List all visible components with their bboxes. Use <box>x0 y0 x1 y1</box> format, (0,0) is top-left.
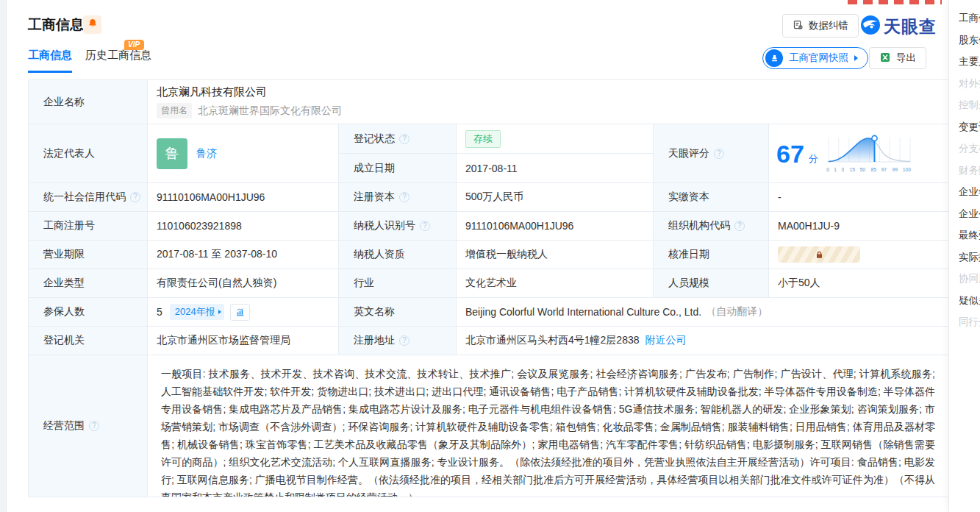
nearby-companies-link[interactable]: 附近公司 <box>645 334 687 347</box>
field-label-est-date: 成立日期 <box>339 154 457 183</box>
insured-count: 5 <box>157 306 162 318</box>
sidebar-item-outbound-investment[interactable]: 对外投资 <box>959 73 980 95</box>
info-icon[interactable] <box>130 192 140 202</box>
field-label-company-type: 企业类型 <box>29 269 148 298</box>
field-value-org-code: MA00H1JU-9 <box>769 212 949 241</box>
export-button[interactable]: 导出 <box>869 47 926 69</box>
field-label-credit-code: 统一社会信用代码 <box>29 183 148 212</box>
tab-business-info[interactable]: 工商信息 <box>28 49 72 73</box>
excel-icon <box>879 51 891 65</box>
export-label: 导出 <box>896 51 916 65</box>
field-value-paid-capital: - <box>769 183 949 212</box>
field-value-company-name: 北京斓凡科技有限公司 曾用名 北京斑斓世界国际文化有限公司 <box>148 80 949 124</box>
info-icon[interactable] <box>399 192 409 202</box>
field-label-taxpayer-id: 纳税人识别号 <box>339 212 457 241</box>
field-value-reg-authority: 北京市通州区市场监督管理局 <box>148 327 339 355</box>
field-value-english-name: Beijing Colorful World International Cul… <box>457 298 949 327</box>
field-value-est-date: 2017-08-11 <box>457 154 654 183</box>
clipped-red-watermark <box>848 0 942 4</box>
sidebar-item-co-shareholders[interactable]: 协同股东 <box>959 268 980 290</box>
sidebar-item-business-info[interactable]: 工商信息 <box>959 7 980 29</box>
stamp-icon <box>765 49 783 67</box>
official-snapshot-button[interactable]: 工商官网快照 <box>762 47 868 69</box>
page-left-strip <box>0 0 7 512</box>
chevron-right-icon <box>218 310 221 314</box>
score-distribution-chart[interactable]: 01 315 5085 9799 100 <box>826 135 912 173</box>
score-unit: 分 <box>809 152 818 166</box>
sidebar-item-shareholders[interactable]: 股东信息 <box>959 29 980 51</box>
data-correction-label: 数据纠错 <box>809 19 848 32</box>
field-value-industry: 文化艺术业 <box>457 269 654 298</box>
official-snapshot-label: 工商官网快照 <box>789 51 848 65</box>
score-number[interactable]: 67 <box>776 141 804 166</box>
field-value-approval-date <box>769 241 949 269</box>
field-label-industry: 行业 <box>339 269 457 298</box>
field-value-company-type: 有限责任公司(自然人独资) <box>148 269 339 298</box>
score-chart-ticks: 01 315 5085 9799 100 <box>826 166 912 173</box>
info-icon[interactable] <box>89 421 99 431</box>
field-label-business-scope: 经营范围 <box>29 355 148 497</box>
sidebar-item-change-records[interactable]: 变更记录 <box>959 116 980 138</box>
tianyancha-logo-text: 天眼查 <box>884 15 937 38</box>
field-label-legal-rep: 法定代表人 <box>29 124 148 183</box>
info-icon[interactable] <box>420 221 430 231</box>
field-value-legal-rep: 鲁 鲁济 <box>148 124 339 183</box>
field-value-reg-number: 110106023921898 <box>148 212 339 241</box>
locked-value-chip[interactable] <box>778 246 860 263</box>
field-value-business-term: 2017-08-11 至 2037-08-10 <box>148 241 339 269</box>
sidebar-item-key-personnel[interactable]: 主要人员 <box>959 51 980 73</box>
company-name[interactable]: 北京斓凡科技有限公司 <box>157 85 267 99</box>
annual-report-badge[interactable]: 2024年报 <box>170 304 224 320</box>
info-icon[interactable] <box>399 335 409 346</box>
legal-rep-link[interactable]: 鲁济 <box>196 147 217 160</box>
trend-chart-icon <box>235 307 245 317</box>
section-anchor-sidebar: 工商信息 股东信息 主要人员 对外投资 控制企业 变更记录 分支机构 财务数据 … <box>948 0 980 512</box>
auto-translate-note: （自动翻译） <box>706 305 768 319</box>
sidebar-item-actual-controller[interactable]: 实际控制人 <box>959 246 980 269</box>
field-label-staff-size: 人员规模 <box>654 269 769 298</box>
vip-badge: VIP <box>124 40 144 50</box>
tianyancha-logo[interactable]: 天眼查 <box>860 15 937 38</box>
field-label-insured-count: 参保人数 <box>29 298 148 327</box>
chevron-right-icon <box>854 55 858 61</box>
sidebar-item-company-disclosure[interactable]: 企业公示 <box>959 203 980 225</box>
info-icon[interactable] <box>399 134 409 144</box>
field-label-reg-number: 工商注册号 <box>29 212 148 241</box>
info-icon[interactable] <box>714 149 724 159</box>
field-value-reg-address: 北京市通州区马头村西4号1幢2层2838 附近公司 <box>457 327 949 355</box>
field-label-english-name: 英文名称 <box>339 298 457 327</box>
field-label-paid-capital: 实缴资本 <box>654 183 769 212</box>
sidebar-item-financial-data[interactable]: 财务数据 <box>959 160 980 182</box>
former-name-badge: 曾用名 <box>157 103 192 118</box>
tab-history-business-info[interactable]: 历史工商信息 <box>85 49 151 63</box>
field-value-reg-status: 存续 <box>457 124 654 154</box>
field-value-score: 67 分 <box>769 124 949 183</box>
info-icon[interactable] <box>734 221 745 231</box>
field-value-taxpayer-id: 91110106MA00H1JU96 <box>457 212 654 241</box>
status-badge: 存续 <box>465 130 501 148</box>
sidebar-item-annual-reports[interactable]: 企业年报 <box>959 181 980 203</box>
sidebar-item-peer-analysis[interactable]: 同行分析 <box>959 311 980 333</box>
status-date-subtable: 登记状态 存续 成立日期 2017-08-11 <box>339 124 654 183</box>
lock-icon <box>815 250 824 260</box>
field-label-org-code: 组织机构代码 <box>654 212 769 241</box>
sidebar-item-controlled-companies[interactable]: 控制企业 <box>959 94 980 116</box>
sidebar-item-ultimate-beneficiary[interactable]: 最终受益人 <box>959 224 980 246</box>
sidebar-item-branches[interactable]: 分支机构 <box>959 138 980 160</box>
field-label-score: 天眼评分 <box>654 124 769 183</box>
legal-rep-avatar[interactable]: 鲁 <box>157 138 187 169</box>
former-name: 北京斑斓世界国际文化有限公司 <box>198 104 342 118</box>
field-value-reg-capital: 500万人民币 <box>457 183 654 212</box>
monitor-bell-button[interactable] <box>83 15 101 34</box>
field-label-reg-capital: 注册资本 <box>339 183 457 212</box>
field-value-business-scope: 一般项目: 技术服务、技术开发、技术咨询、技术交流、技术转让、技术推广; 会议及… <box>148 355 949 497</box>
field-label-reg-authority: 登记机关 <box>29 327 148 355</box>
field-value-staff-size: 小于50人 <box>769 269 949 298</box>
data-correction-button[interactable]: 数据纠错 <box>782 14 859 38</box>
tianyancha-logo-icon <box>860 15 881 38</box>
insured-trend-button[interactable] <box>230 304 250 321</box>
page-title: 工商信息 <box>28 15 84 35</box>
sidebar-item-suspected-relations[interactable]: 疑似关系 <box>959 290 980 312</box>
field-value-taxpayer-quality: 增值税一般纳税人 <box>457 241 654 269</box>
field-value-insured-count: 5 2024年报 <box>148 298 339 327</box>
